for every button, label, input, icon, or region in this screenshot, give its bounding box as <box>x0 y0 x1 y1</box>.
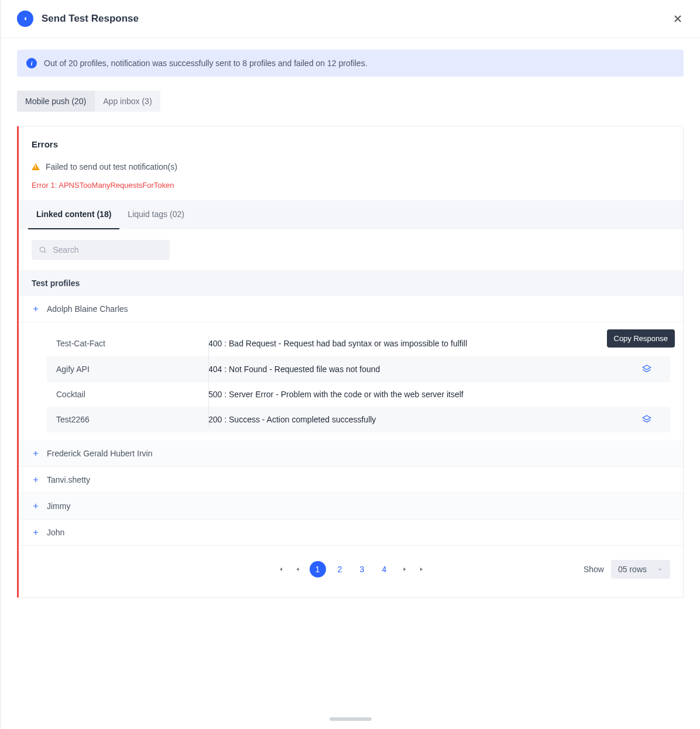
page-3[interactable]: 3 <box>354 561 370 577</box>
response-row: Test2266 200 : Success - Action complete… <box>47 407 670 432</box>
errors-heading: Errors <box>32 139 670 149</box>
profile-row[interactable]: Frederick Gerald Hubert Irvin <box>19 441 683 467</box>
response-row: Cocktail 500 : Server Error - Problem wi… <box>47 382 670 407</box>
inner-tabs: Linked content (18) Liquid tags (02) <box>19 200 683 229</box>
response-name: Test-Cat-Fact <box>56 339 208 348</box>
expand-icon <box>32 502 40 510</box>
layers-icon <box>641 364 652 374</box>
response-name: Agify API <box>56 364 208 374</box>
search-box[interactable] <box>32 240 170 260</box>
copy-response-button[interactable] <box>633 364 661 374</box>
tab-liquid-tags[interactable]: Liquid tags (02) <box>119 200 193 229</box>
layers-icon <box>641 414 652 425</box>
warn-text: Failed to send out test notification(s) <box>46 162 177 171</box>
back-button[interactable] <box>17 11 33 27</box>
search-icon <box>39 245 47 255</box>
show-label: Show <box>584 565 604 574</box>
response-row: Test-Cat-Fact 400 : Bad Request - Reques… <box>47 331 670 356</box>
expand-icon <box>32 449 40 458</box>
search-input[interactable] <box>53 245 163 255</box>
errors-panel: Errors Failed to send out test notificat… <box>17 126 684 598</box>
profile-name: Adolph Blaine Charles <box>47 304 128 314</box>
expand-icon <box>32 528 40 537</box>
grid-divider <box>208 335 209 428</box>
pagination-bar: 1 2 3 4 Show 05 rows <box>19 546 683 597</box>
close-icon <box>672 13 684 25</box>
profile-row[interactable]: Tanvi.shetty <box>19 467 683 493</box>
response-status: 400 : Bad Request - Request had bad synt… <box>208 339 633 348</box>
close-button[interactable] <box>671 12 685 26</box>
profile-name: Jimmy <box>47 501 70 511</box>
profile-name: Frederick Gerald Hubert Irvin <box>47 449 153 458</box>
response-status: 500 : Server Error - Problem with the co… <box>208 390 633 399</box>
page-2[interactable]: 2 <box>332 561 348 577</box>
pager-last[interactable] <box>416 563 428 575</box>
chevron-down-icon <box>657 566 663 572</box>
response-status: 200 : Success - Action completed success… <box>208 415 633 424</box>
profile-row[interactable]: John <box>19 520 683 546</box>
arrow-left-icon <box>21 15 29 23</box>
tab-linked-content[interactable]: Linked content (18) <box>28 200 119 229</box>
channel-tabs: Mobile push (20) App inbox (3) <box>17 91 684 112</box>
expand-icon <box>32 305 40 313</box>
copy-response-button[interactable] <box>633 414 661 425</box>
test-profiles-head: Test profiles <box>19 270 683 296</box>
copy-tooltip: Copy Response <box>607 329 675 348</box>
error-code: Error 1: APNSTooManyRequestsForToken <box>32 181 670 190</box>
profile-name: Tanvi.shetty <box>47 475 90 484</box>
rows-select[interactable]: 05 rows <box>611 560 670 579</box>
expand-icon <box>32 476 40 484</box>
warning-icon <box>32 163 40 170</box>
response-name: Cocktail <box>56 390 208 399</box>
rows-value: 05 rows <box>618 565 647 574</box>
response-name: Test2266 <box>56 415 208 424</box>
info-banner: i Out of 20 profiles, notification was s… <box>17 50 684 77</box>
response-row: Agify API 404 : Not Found - Requested fi… <box>47 356 670 382</box>
info-icon: i <box>26 58 37 68</box>
pager-prev[interactable] <box>292 563 304 575</box>
profile-row[interactable]: Jimmy <box>19 493 683 520</box>
pager-first[interactable] <box>274 563 286 575</box>
svg-point-0 <box>40 247 44 252</box>
pager-next[interactable] <box>399 563 410 575</box>
expanded-content: Test-Cat-Fact 400 : Bad Request - Reques… <box>19 322 683 441</box>
tab-app-inbox[interactable]: App inbox (3) <box>95 91 160 112</box>
profile-row[interactable]: Adolph Blaine Charles <box>19 296 683 322</box>
response-status: 404 : Not Found - Requested file was not… <box>208 364 633 374</box>
page-1[interactable]: 1 <box>310 561 326 577</box>
page-4[interactable]: 4 <box>376 561 393 577</box>
drag-handle[interactable] <box>330 717 372 721</box>
tab-mobile-push[interactable]: Mobile push (20) <box>17 91 95 112</box>
page-title: Send Test Response <box>42 13 139 25</box>
profile-name: John <box>47 528 64 537</box>
banner-text: Out of 20 profiles, notification was suc… <box>44 59 368 68</box>
